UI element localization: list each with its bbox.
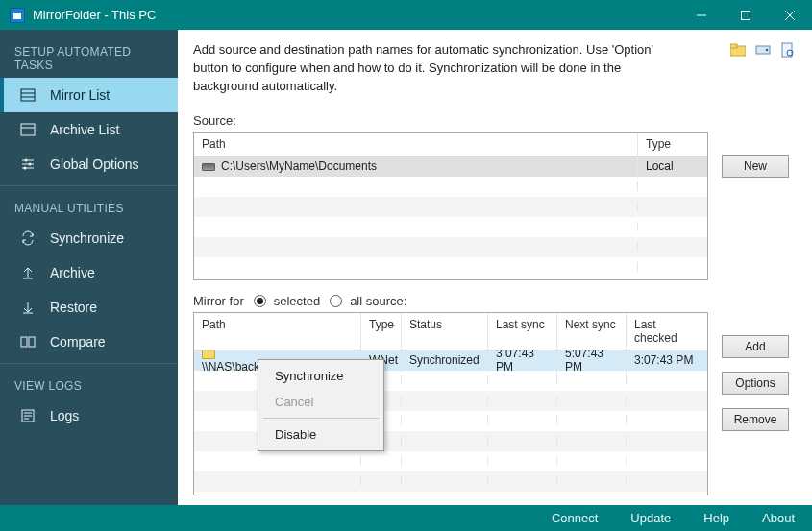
sidebar-item-label: Archive: [50, 265, 95, 280]
sidebar-item-label: Global Options: [50, 157, 139, 172]
download-icon: [19, 300, 37, 315]
svg-point-13: [29, 163, 32, 166]
mirror-next-sync: 5:07:43 PM: [557, 350, 627, 379]
folder-icon: [202, 350, 215, 359]
source-path: C:\Users\MyName\Documents: [221, 159, 377, 173]
close-button[interactable]: [768, 0, 812, 30]
settings-doc-icon[interactable]: [779, 41, 797, 59]
sidebar-header-manual: MANUAL UTILITIES: [0, 190, 178, 221]
app-body: SETUP AUTOMATED TASKS Mirror List Archiv…: [0, 30, 812, 505]
source-label: Source:: [193, 113, 797, 128]
svg-point-28: [766, 49, 769, 52]
source-grid: Path Type C:\Users\MyName\Documents Loca…: [193, 132, 708, 280]
sidebar-item-compare[interactable]: Compare: [0, 325, 178, 359]
titlebar: MirrorFolder - This PC: [0, 0, 812, 30]
add-button[interactable]: Add: [722, 335, 789, 358]
status-help[interactable]: Help: [703, 511, 729, 525]
window-title: MirrorFolder - This PC: [33, 8, 679, 22]
sidebar-item-label: Compare: [50, 334, 106, 350]
sidebar-header-setup: SETUP AUTOMATED TASKS: [0, 34, 178, 78]
source-row[interactable]: C:\Users\MyName\Documents Local: [194, 157, 707, 177]
sidebar-item-synchronize[interactable]: Synchronize: [0, 221, 178, 255]
mirror-col-type[interactable]: Type: [361, 313, 402, 350]
source-col-path[interactable]: Path: [194, 133, 638, 156]
logs-icon: [19, 408, 37, 423]
drive-icon: [202, 163, 215, 171]
context-menu-synchronize[interactable]: Synchronize: [261, 363, 381, 389]
sidebar-item-label: Archive List: [50, 122, 119, 137]
mirror-col-status[interactable]: Status: [402, 313, 488, 350]
sidebar-item-label: Synchronize: [50, 230, 124, 246]
status-update[interactable]: Update: [630, 511, 671, 525]
context-menu-separator: [263, 418, 379, 419]
mirror-col-last-sync[interactable]: Last sync: [488, 313, 557, 350]
sidebar-item-label: Restore: [50, 300, 97, 315]
source-row-empty: [194, 197, 707, 217]
mirror-for-label: Mirror for: [193, 294, 244, 308]
svg-rect-7: [21, 124, 35, 135]
sidebar-item-label: Logs: [50, 408, 79, 423]
source-col-type[interactable]: Type: [638, 133, 707, 156]
radio-selected[interactable]: [254, 295, 266, 307]
sidebar-divider: [0, 363, 178, 364]
network-drive-icon[interactable]: [754, 41, 772, 59]
new-button[interactable]: New: [722, 155, 789, 178]
compare-icon: [19, 334, 37, 350]
mirror-for-row: Mirror for selected all source:: [193, 294, 797, 308]
source-row-empty: [194, 257, 707, 278]
source-row-empty: [194, 217, 707, 237]
mirror-row-empty: [194, 471, 707, 492]
sync-icon: [19, 230, 37, 246]
sliders-icon: [19, 157, 37, 172]
sidebar-item-mirror-list[interactable]: Mirror List: [0, 78, 178, 112]
svg-rect-1: [742, 11, 750, 19]
app-icon: [10, 8, 25, 23]
radio-selected-label: selected: [274, 294, 320, 308]
main-content: Add source and destination path names fo…: [178, 30, 812, 505]
mirror-status: Synchronized: [402, 350, 488, 373]
context-menu-cancel[interactable]: Cancel: [261, 389, 381, 415]
mirror-col-next-sync[interactable]: Next sync: [557, 313, 627, 350]
statusbar: Connect Update Help About: [0, 505, 812, 531]
context-menu: Synchronize Cancel Disable: [258, 359, 384, 451]
mirror-col-path[interactable]: Path: [194, 313, 361, 350]
sidebar-item-archive-list[interactable]: Archive List: [0, 112, 178, 147]
radio-all-source[interactable]: [330, 295, 342, 307]
list-icon: [19, 87, 37, 103]
svg-rect-20: [29, 337, 35, 347]
mirror-row-empty: [194, 451, 707, 471]
sidebar-divider: [0, 185, 178, 186]
sidebar-item-global-options[interactable]: Global Options: [0, 147, 178, 181]
maximize-button[interactable]: [724, 0, 768, 30]
svg-point-12: [25, 159, 28, 162]
sidebar-item-archive[interactable]: Archive: [0, 255, 178, 290]
svg-point-14: [24, 167, 27, 170]
status-about[interactable]: About: [762, 511, 795, 525]
source-type: Local: [638, 157, 707, 179]
minimize-button[interactable]: [679, 0, 724, 30]
toolbar-icons: [729, 41, 797, 59]
sidebar-item-logs[interactable]: Logs: [0, 398, 178, 433]
sidebar-header-logs: VIEW LOGS: [0, 368, 178, 398]
mirror-col-last-checked[interactable]: Last checked: [627, 313, 707, 350]
mirror-last-checked: 3:07:43 PM: [627, 350, 707, 373]
remove-button[interactable]: Remove: [722, 408, 789, 431]
svg-rect-4: [21, 89, 35, 101]
context-menu-disable[interactable]: Disable: [261, 422, 381, 447]
mirror-last-sync: 3:07:43 PM: [488, 350, 557, 379]
folder-icon[interactable]: [729, 41, 747, 59]
sidebar-item-restore[interactable]: Restore: [0, 290, 178, 325]
source-row-empty: [194, 237, 707, 257]
sidebar-item-label: Mirror List: [50, 87, 110, 103]
mirror-grid: Path Type Status Last sync Next sync Las…: [193, 312, 708, 495]
sidebar: SETUP AUTOMATED TASKS Mirror List Archiv…: [0, 30, 178, 505]
radio-all-source-label: all source:: [350, 294, 406, 308]
svg-rect-26: [730, 44, 737, 48]
source-row-empty: [194, 177, 707, 197]
status-connect[interactable]: Connect: [552, 511, 598, 525]
upload-icon: [19, 265, 37, 280]
svg-rect-19: [21, 337, 27, 347]
options-button[interactable]: Options: [722, 372, 789, 395]
archive-list-icon: [19, 122, 37, 137]
intro-text: Add source and destination path names fo…: [193, 41, 683, 96]
